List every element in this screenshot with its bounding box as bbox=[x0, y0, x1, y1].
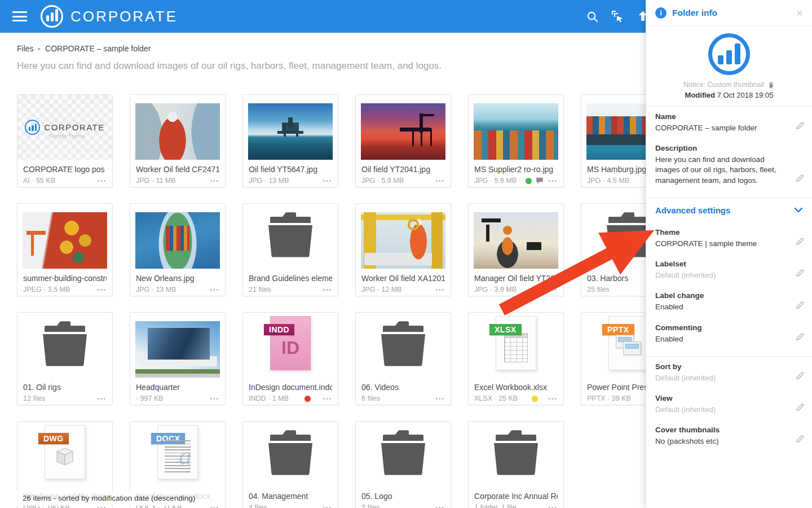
edit-pencil-icon[interactable] bbox=[795, 237, 805, 248]
logo-thumb-title: CORPORATE bbox=[44, 122, 104, 132]
edit-pencil-icon[interactable] bbox=[795, 332, 805, 344]
advanced-settings-toggle[interactable]: Advanced settings bbox=[646, 198, 812, 222]
file-meta: 3 files bbox=[361, 503, 380, 508]
more-menu-icon[interactable]: ••• bbox=[210, 396, 219, 402]
trash-icon[interactable] bbox=[767, 81, 775, 89]
more-menu-icon[interactable]: ••• bbox=[323, 287, 332, 293]
file-card[interactable]: Manager Oil field YT2041JPG · 3.9 MB••• bbox=[468, 203, 564, 296]
more-menu-icon[interactable]: ••• bbox=[435, 505, 445, 508]
modified-value: 7 Oct 2018 19:05 bbox=[717, 91, 774, 99]
info-icon: i bbox=[655, 7, 667, 19]
more-menu-icon[interactable]: ••• bbox=[97, 178, 107, 184]
cube-icon bbox=[52, 444, 77, 468]
more-menu-icon[interactable]: ••• bbox=[548, 396, 558, 402]
more-menu-icon[interactable]: ••• bbox=[435, 178, 445, 184]
file-card[interactable]: XLSXExcel Workbook.xlsxXLSX · 25 KB••• bbox=[468, 312, 564, 405]
file-meta-row: JPG · 3.9 MB••• bbox=[474, 286, 558, 294]
file-card[interactable]: MS Supplier2 ro-ro.jpgJPG · 5.9 MB••• bbox=[468, 94, 564, 187]
search-icon[interactable] bbox=[585, 10, 599, 23]
file-card[interactable]: Oil field YT5647.jpgJPG · 13 MB••• bbox=[242, 94, 338, 187]
edit-pencil-icon[interactable] bbox=[795, 300, 805, 312]
more-menu-icon[interactable]: ••• bbox=[548, 287, 558, 293]
more-menu-icon[interactable]: ••• bbox=[323, 396, 332, 402]
file-meta-row: 3 files••• bbox=[361, 503, 445, 508]
folder-icon bbox=[37, 320, 93, 367]
file-title: New Orleans.jpg bbox=[136, 274, 219, 283]
edit-pencil-icon[interactable] bbox=[795, 402, 805, 414]
folder-icon bbox=[262, 211, 319, 259]
file-card[interactable]: 05. Logo3 files••• bbox=[355, 421, 451, 508]
field-value: Default (inherited) bbox=[655, 373, 803, 383]
modified-label: Modified bbox=[685, 91, 715, 99]
card-thumbnail bbox=[581, 95, 646, 160]
file-card[interactable]: 03. Harbors25 files••• bbox=[581, 203, 646, 296]
more-menu-icon[interactable]: ••• bbox=[548, 505, 558, 508]
file-card[interactable]: Oil field YT2041.jpgJPG · 5.9 MB••• bbox=[355, 94, 451, 187]
file-card[interactable]: Worker Oil field CF2471.jpgJPG · 11 MB••… bbox=[130, 94, 226, 187]
field-value: Here you can find and download images of… bbox=[655, 155, 803, 186]
file-card[interactable]: MS Hamburg.jpgJPG · 4.5 MB••• bbox=[581, 94, 646, 187]
logo-thumb-content: CORPORATESample Theme bbox=[25, 120, 104, 135]
file-card[interactable]: Corporate Inc Annual Report1 folder, 1 f… bbox=[468, 421, 564, 508]
file-title: Headquarter bbox=[136, 383, 219, 392]
panel-field-cover-thumbnails: Cover thumbnailsNo (packshots etc) bbox=[646, 420, 812, 452]
edit-pencil-icon[interactable] bbox=[795, 371, 805, 383]
edit-pencil-icon[interactable] bbox=[795, 121, 805, 133]
more-menu-icon[interactable]: ••• bbox=[435, 287, 445, 293]
folder-icon bbox=[262, 429, 319, 476]
thumbnail-notice-text: Notice: Custom thumbnail bbox=[683, 81, 764, 89]
more-menu-icon[interactable]: ••• bbox=[97, 287, 107, 293]
thumbnail-notice: Notice: Custom thumbnail bbox=[646, 81, 812, 89]
card-thumbnail bbox=[17, 204, 112, 269]
file-card[interactable]: Worker Oil field XA1201.jpgJPG · 12 MB••… bbox=[355, 203, 451, 296]
comment-icon[interactable] bbox=[536, 177, 544, 185]
file-card[interactable]: Brand Guidelines elements21 files••• bbox=[242, 203, 338, 296]
card-thumbnail bbox=[469, 422, 563, 487]
more-menu-icon[interactable]: ••• bbox=[323, 505, 332, 508]
file-card[interactable]: INDDIDInDesign document.inddINDD · 1 MB•… bbox=[242, 312, 338, 405]
file-card[interactable]: 06. Videos6 files••• bbox=[355, 312, 451, 405]
card-thumbnail: CORPORATESample Theme bbox=[17, 95, 112, 160]
field-value: Enabled bbox=[655, 334, 803, 344]
file-card[interactable]: summer-building-constructionJPEG · 3.5 M… bbox=[17, 203, 113, 296]
file-title: 03. Harbors bbox=[587, 274, 646, 283]
file-title: Worker Oil field CF2471.jpg bbox=[136, 165, 219, 174]
label-dot-green bbox=[526, 178, 532, 184]
file-meta-row: JPG · 13 MB••• bbox=[249, 177, 332, 185]
edit-pencil-icon[interactable] bbox=[795, 173, 805, 185]
file-meta-row: JPEG · 3.5 MB••• bbox=[23, 286, 107, 294]
field-value: CORPORATE | sample theme bbox=[655, 239, 803, 249]
text-lines-icon: a bbox=[165, 440, 191, 473]
more-menu-icon[interactable]: ••• bbox=[97, 396, 107, 402]
close-icon[interactable]: × bbox=[796, 7, 803, 19]
file-card[interactable]: PPTXPower Point PresentationPPTX · 39 KB… bbox=[581, 312, 646, 405]
file-meta: JPEG · 3.5 MB bbox=[23, 286, 70, 294]
more-menu-icon[interactable]: ••• bbox=[210, 178, 219, 184]
more-menu-icon[interactable]: ••• bbox=[548, 178, 558, 184]
file-card[interactable]: Headquarter· 997 KB••• bbox=[130, 312, 226, 405]
more-menu-icon[interactable]: ••• bbox=[210, 287, 219, 293]
edit-pencil-icon[interactable] bbox=[795, 268, 805, 280]
more-menu-icon[interactable]: ••• bbox=[323, 178, 332, 184]
file-card[interactable]: 04. Management4 files••• bbox=[242, 421, 338, 508]
menu-icon[interactable] bbox=[12, 9, 27, 24]
logo-thumb-subtitle: Sample Theme bbox=[48, 133, 85, 139]
label-dot-yellow bbox=[532, 396, 538, 402]
edit-pencil-icon[interactable] bbox=[795, 434, 805, 446]
multi-select-icon[interactable] bbox=[611, 10, 624, 23]
file-card[interactable]: CORPORATESample ThemeCORPORATE logo pos … bbox=[17, 94, 113, 187]
panel-field-sort-by: Sort byDefault (inherited) bbox=[646, 357, 812, 388]
card-thumbnail bbox=[356, 313, 451, 378]
field-value: Default (inherited) bbox=[655, 405, 803, 415]
app-window: CORPORATE Files ▸ CORPORATE – sample fol… bbox=[0, 0, 812, 508]
file-card[interactable]: 01. Oil rigs12 files••• bbox=[17, 312, 113, 405]
file-title: InDesign document.indd bbox=[249, 383, 332, 392]
breadcrumb-root-link[interactable]: Files bbox=[17, 44, 34, 53]
card-thumbnail bbox=[356, 422, 451, 487]
field-label: Commenting bbox=[655, 323, 803, 332]
more-menu-icon[interactable]: ••• bbox=[435, 396, 445, 402]
file-card[interactable]: New Orleans.jpgJPG · 13 MB••• bbox=[130, 203, 226, 296]
card-thumbnail: INDDID bbox=[243, 313, 338, 378]
field-value: No (packshots etc) bbox=[655, 436, 803, 446]
file-title: Manager Oil field YT2041 bbox=[474, 274, 558, 283]
